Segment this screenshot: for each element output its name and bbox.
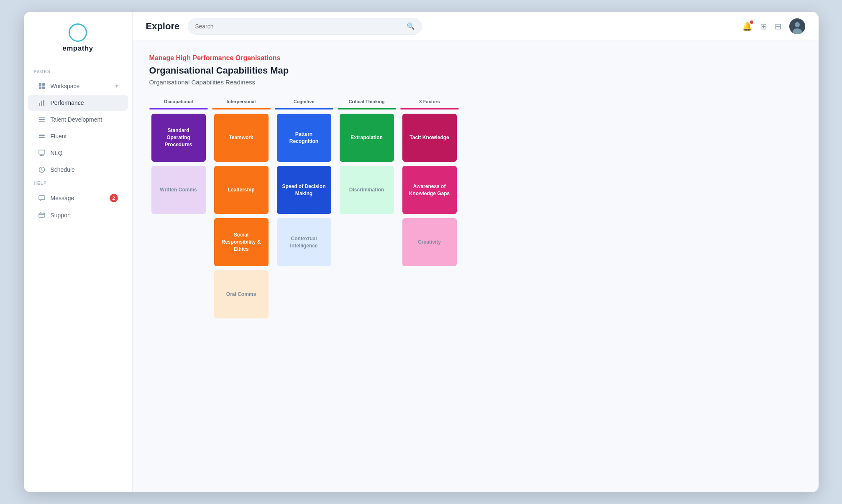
spacer <box>151 270 206 318</box>
sidebar-item-label-nlq: NLQ <box>51 150 63 156</box>
content-area: Manage High Performance Organisations Or… <box>133 41 819 492</box>
cap-card-oral-comms[interactable]: Oral Comms <box>214 270 269 318</box>
svg-point-17 <box>795 22 800 27</box>
sidebar-item-workspace[interactable]: Workspace▾ <box>28 78 128 94</box>
schedule-icon <box>38 166 46 173</box>
col-underline-cognitive <box>275 108 333 109</box>
col-header-cognitive: Cognitive <box>293 97 314 106</box>
cap-card-discrimination[interactable]: Discrimination <box>340 166 394 214</box>
spacer <box>340 270 394 318</box>
svg-rect-14 <box>39 196 45 200</box>
topbar-title: Explore <box>146 21 180 32</box>
svg-rect-3 <box>42 87 45 89</box>
cap-card-written-comms[interactable]: Written Comms <box>151 166 206 214</box>
message-icon <box>38 194 46 202</box>
svg-rect-5 <box>41 101 42 106</box>
talent-development-icon <box>38 116 46 123</box>
svg-rect-0 <box>39 83 41 86</box>
svg-rect-8 <box>39 119 45 120</box>
spacer <box>402 270 457 318</box>
toggle-button[interactable]: ⊟ <box>775 21 782 31</box>
col-underline-x-factors <box>400 108 459 109</box>
sidebar-item-nlq[interactable]: NLQ <box>28 145 128 161</box>
page-title: Organisational Capabilities Map <box>149 65 802 76</box>
badge-message: 2 <box>110 194 118 202</box>
cap-card-awareness-knowledge-gaps[interactable]: Awareness of Knowledge Gaps <box>402 166 457 214</box>
svg-rect-6 <box>43 100 44 106</box>
cap-card-extrapolation[interactable]: Extrapolation <box>340 114 394 162</box>
sidebar-item-label-schedule: Schedule <box>51 166 75 173</box>
sidebar-section-label: PAGES <box>24 69 132 77</box>
cap-card-creativity[interactable]: Creativity <box>402 218 457 266</box>
svg-rect-7 <box>39 117 45 118</box>
cap-column-critical-thinking: Critical ThinkingExtrapolationDiscrimina… <box>338 97 396 323</box>
col-underline-occupational <box>149 108 208 109</box>
sidebar-item-talent-development[interactable]: Talent Development <box>28 112 128 127</box>
user-avatar[interactable] <box>789 18 805 34</box>
workspace-icon <box>38 82 46 90</box>
topbar-actions: 🔔 ⊞ ⊟ <box>742 18 805 34</box>
sidebar-item-message[interactable]: Message2 <box>28 190 128 206</box>
support-icon <box>38 211 46 219</box>
svg-rect-15 <box>39 213 45 217</box>
notification-dot <box>750 20 753 24</box>
cap-column-occupational: OccupationalStandard Operating Procedure… <box>149 97 208 323</box>
svg-rect-4 <box>39 103 40 106</box>
notifications-button[interactable]: 🔔 <box>742 21 752 31</box>
sidebar-nav: PAGESWorkspace▾PerformanceTalent Develop… <box>24 66 132 224</box>
col-header-interpersonal: Interpersonal <box>227 97 256 106</box>
sidebar-item-label-message: Message <box>51 195 74 201</box>
logo-area: empathy <box>24 23 132 66</box>
cap-card-teamwork[interactable]: Teamwork <box>214 114 269 162</box>
col-underline-critical-thinking <box>338 108 396 109</box>
logo-icon <box>69 23 87 42</box>
svg-rect-9 <box>39 121 45 122</box>
spacer <box>340 218 394 266</box>
cap-card-pattern-recognition[interactable]: Pattern Recognition <box>277 114 331 162</box>
chevron-down-icon: ▾ <box>115 83 118 89</box>
spacer <box>277 270 331 318</box>
main-area: Explore 🔍 🔔 ⊞ ⊟ <box>133 12 819 492</box>
svg-rect-1 <box>42 83 45 86</box>
svg-rect-2 <box>39 87 41 89</box>
svg-rect-12 <box>39 150 45 154</box>
performance-icon <box>38 99 46 107</box>
cap-card-leadership[interactable]: Leadership <box>214 166 269 214</box>
sidebar: empathy PAGESWorkspace▾PerformanceTalent… <box>24 12 133 492</box>
apps-button[interactable]: ⊞ <box>760 21 767 31</box>
col-underline-interpersonal <box>212 108 271 109</box>
sidebar-item-label-fluent: Fluent <box>51 133 67 140</box>
col-header-critical-thinking: Critical Thinking <box>348 97 384 106</box>
capabilities-map: OccupationalStandard Operating Procedure… <box>149 97 802 323</box>
page-subtitle: Manage High Performance Organisations <box>149 54 802 62</box>
spacer <box>151 218 206 266</box>
nlq-icon <box>38 149 46 157</box>
sidebar-item-schedule[interactable]: Schedule <box>28 162 128 178</box>
fluent-icon <box>38 132 46 140</box>
cap-column-interpersonal: InterpersonalTeamworkLeadershipSocial Re… <box>212 97 271 323</box>
sidebar-item-label-performance: Performance <box>51 99 84 106</box>
col-header-x-factors: X Factors <box>419 97 440 106</box>
search-input[interactable] <box>195 23 403 30</box>
cap-card-sop[interactable]: Standard Operating Procedures <box>151 114 206 162</box>
sidebar-item-fluent[interactable]: Fluent <box>28 128 128 144</box>
sidebar-item-label-talent-development: Talent Development <box>51 116 102 123</box>
cap-card-contextual-intelligence[interactable]: Contextual Intelligence <box>277 218 331 266</box>
svg-rect-10 <box>39 135 45 136</box>
search-icon: 🔍 <box>407 22 415 30</box>
sidebar-item-label-workspace: Workspace <box>51 83 80 89</box>
search-bar[interactable]: 🔍 <box>188 18 422 35</box>
app-window: empathy PAGESWorkspace▾PerformanceTalent… <box>24 12 819 492</box>
cap-column-cognitive: CognitivePattern RecognitionSpeed of Dec… <box>275 97 333 323</box>
cap-column-x-factors: X FactorsTacit KnowledgeAwareness of Kno… <box>400 97 459 323</box>
sidebar-section-label: HELP <box>24 181 132 189</box>
sidebar-item-performance[interactable]: Performance <box>28 95 128 111</box>
cap-card-social-responsibility[interactable]: Social Responsibility & Ethics <box>214 218 269 266</box>
sidebar-item-support[interactable]: Support <box>28 207 128 223</box>
cap-card-speed-decision[interactable]: Speed of Decision Making <box>277 166 331 214</box>
svg-rect-11 <box>39 137 45 138</box>
topbar: Explore 🔍 🔔 ⊞ ⊟ <box>133 12 819 41</box>
sidebar-item-label-support: Support <box>51 212 71 219</box>
col-header-occupational: Occupational <box>164 97 193 106</box>
cap-card-tacit-knowledge[interactable]: Tacit Knowledge <box>402 114 457 162</box>
